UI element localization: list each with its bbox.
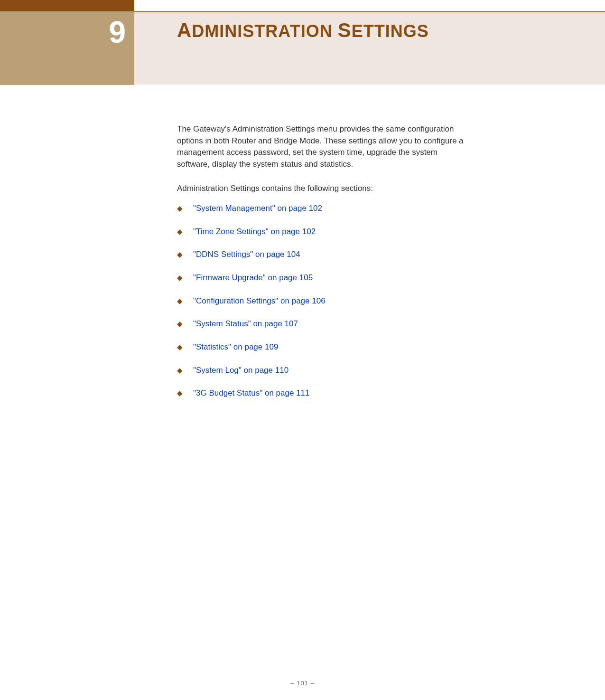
toc-list: "System Management" on page 102 "Time Zo… [177, 203, 471, 399]
link-system-log[interactable]: "System Log" on page 110 [193, 366, 289, 375]
chapter-number: 9 [109, 17, 126, 47]
link-system-management[interactable]: "System Management" on page 102 [193, 204, 322, 213]
list-item: "Firmware Upgrade" on page 105 [177, 272, 471, 284]
list-item: "DDNS Settings" on page 104 [177, 249, 471, 261]
list-item: "Statistics" on page 109 [177, 341, 471, 353]
chapter-title-cap-2: S [338, 19, 352, 41]
chapter-title-word-2: ETTINGS [352, 21, 429, 41]
list-item: "System Log" on page 110 [177, 365, 471, 377]
link-time-zone-settings[interactable]: "Time Zone Settings" on page 102 [193, 227, 316, 236]
chapter-title-word-1: DMINISTRATION [192, 21, 332, 41]
list-item: "System Management" on page 102 [177, 203, 471, 215]
list-item: "Time Zone Settings" on page 102 [177, 226, 471, 238]
link-3g-budget-status[interactable]: "3G Budget Status" on page 111 [193, 388, 310, 397]
link-firmware-upgrade[interactable]: "Firmware Upgrade" on page 105 [193, 273, 313, 282]
list-item: "System Status" on page 107 [177, 318, 471, 330]
link-ddns-settings[interactable]: "DDNS Settings" on page 104 [193, 250, 300, 259]
link-statistics[interactable]: "Statistics" on page 109 [193, 342, 278, 351]
chapter-title-cap-1: A [177, 19, 192, 41]
list-item: "3G Budget Status" on page 111 [177, 388, 471, 399]
list-item: "Configuration Settings" on page 106 [177, 295, 471, 307]
content-area: The Gateway's Administration Settings me… [177, 123, 471, 411]
link-configuration-settings[interactable]: "Configuration Settings" on page 106 [193, 296, 326, 305]
chapter-title: ADMINISTRATION SETTINGS [177, 19, 429, 42]
top-accent-block [0, 0, 134, 11]
intro-paragraph: The Gateway's Administration Settings me… [177, 123, 471, 170]
page-footer: – 101 – [0, 680, 605, 687]
link-system-status[interactable]: "System Status" on page 107 [193, 319, 298, 328]
sections-heading: Administration Settings contains the fol… [177, 183, 471, 195]
chapter-number-block: 9 [0, 11, 134, 85]
